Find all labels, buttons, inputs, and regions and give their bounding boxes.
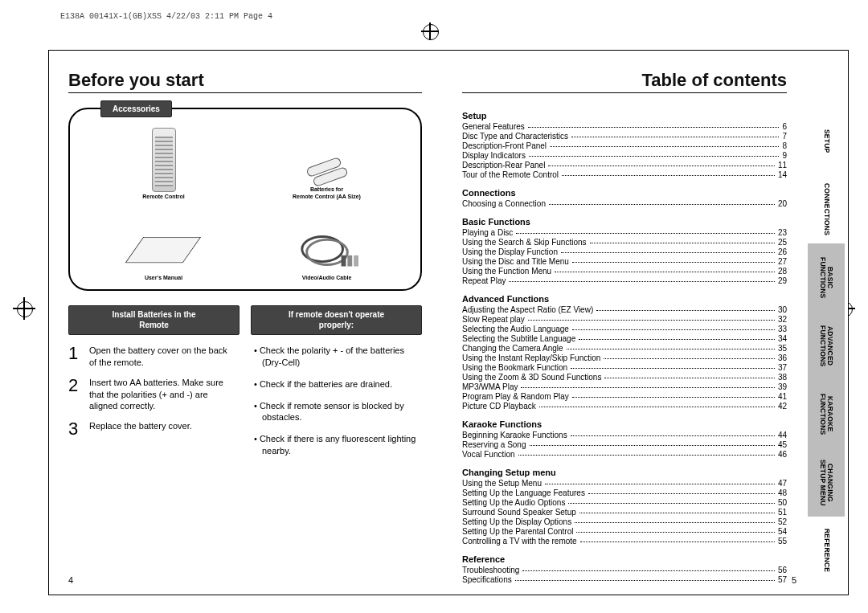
left-page-title: Before you start (68, 72, 422, 89)
toc-item-title: Adjusting the Aspect Ratio (EZ View) (462, 305, 596, 315)
toc-leader-dots (555, 272, 775, 272)
svg-rect-3 (347, 255, 352, 266)
toc-row: Vocal Function46 (462, 450, 787, 460)
toc-item-page: 36 (775, 353, 787, 363)
step-item: 2Insert two AA batteries. Make sure that… (68, 377, 236, 413)
toc-leader-dots (571, 435, 775, 436)
toc-row: Reserving a Song45 (462, 440, 787, 450)
toc-item-page: 44 (775, 431, 787, 440)
toc-row: Surround Sound Speaker Setup51 (462, 508, 787, 517)
accessory-remote: Remote Control (86, 121, 241, 200)
side-tab: ADVANCED FUNCTIONS (808, 312, 845, 380)
toc-section-heading: Changing Setup menu (462, 468, 787, 477)
toc-item-title: Vocal Function (462, 450, 518, 460)
toc-item-title: Using the Bookmark Function (462, 363, 571, 373)
toc-item-page: 46 (775, 450, 787, 460)
toc-row: Controlling a TV with the remote55 (462, 537, 787, 546)
toc-item-title: Using the Disc and Title Menu (462, 257, 572, 267)
toc-row: Program Play & Random Play41 (462, 392, 787, 402)
toc-item-page: 55 (775, 537, 787, 546)
toc-leader-dots (604, 378, 774, 378)
toc-section-heading: Connections (462, 188, 787, 198)
toc-item-page: 54 (775, 527, 787, 537)
toc-item-page: 47 (775, 479, 787, 488)
toc-item-page: 39 (775, 382, 787, 392)
toc-leader-dots (550, 146, 779, 147)
page-number-left: 4 (68, 575, 73, 585)
toc-item-title: Surround Sound Speaker Setup (462, 508, 579, 517)
toc-item-title: Setting Up the Display Options (462, 517, 575, 527)
toc-leader-dots (567, 349, 775, 349)
toc-row: Beginning Karaoke Functions44 (462, 431, 787, 440)
toc-item-title: MP3/WMA Play (462, 382, 521, 392)
toc-item-title: Selecting the Subtitle Language (462, 334, 579, 344)
toc-row: Tour of the Remote Control14 (462, 170, 787, 180)
toc-item-title: Reserving a Song (462, 440, 530, 450)
toc-leader-dots (529, 156, 780, 157)
toc-item-title: Setting Up the Language Features (462, 488, 588, 498)
install-batteries-heading: Install Batteries in the Remote (68, 305, 240, 335)
remote-troubleshoot-heading: If remote doesn't operate properly: (251, 305, 422, 335)
accessory-batteries: Batteries for Remote Control (AA Size) (249, 121, 404, 200)
toc-item-title: Using the Zoom & 3D Sound Functions (462, 373, 604, 382)
toc-item-page: 33 (775, 325, 787, 334)
crop-mark-top-circle (423, 24, 439, 40)
toc-item-title: Choosing a Connection (462, 199, 549, 209)
troubleshoot-tips: • Check the polarity + - of the batterie… (254, 345, 422, 457)
toc-leader-dots (515, 580, 775, 581)
toc-leader-dots (571, 137, 779, 137)
toc-leader-dots (509, 281, 774, 282)
side-tab: KARAOKE FUNCTIONS (808, 380, 845, 448)
toc-leader-dots (548, 166, 774, 166)
toc-item-title: Disc Type and Characteristics (462, 132, 571, 141)
toc-leader-dots (545, 484, 775, 484)
toc-section-heading: Reference (462, 554, 787, 564)
caption-line: Remote Control (AA Size) (293, 194, 361, 199)
toc-section-heading: Karaoke Functions (462, 419, 787, 429)
toc-row: Using the Disc and Title Menu27 (462, 257, 787, 267)
toc-item-title: Description-Rear Panel (462, 161, 548, 170)
toc-item-page: 57 (775, 575, 787, 585)
toc-item-page: 23 (775, 228, 787, 238)
toc-item-page: 56 (775, 566, 787, 575)
toc-section-heading: Setup (462, 111, 787, 121)
toc-item-title: Setting Up the Audio Options (462, 498, 568, 508)
toc-row: Slow Repeat play32 (462, 315, 787, 325)
title-rule-left (68, 92, 422, 93)
manual-icon (129, 228, 199, 273)
batteries-icon (303, 161, 351, 185)
toc-item-title: Description-Front Panel (462, 141, 550, 151)
tip-item: • Check if there is any fluorescent ligh… (254, 433, 422, 457)
toc-leader-dots (518, 455, 775, 456)
toc-item-page: 26 (775, 247, 787, 257)
toc-row: Using the Display Function26 (462, 247, 787, 257)
caption-line: Batteries for (310, 186, 343, 192)
tip-item: • Check if the batteries are drained. (254, 378, 422, 390)
toc-item-page: 51 (775, 508, 787, 517)
accessory-caption: Remote Control (142, 194, 185, 200)
toc-item-title: Selecting the Audio Language (462, 325, 572, 334)
toc-item-page: 32 (775, 315, 787, 325)
toc-item-page: 50 (775, 498, 787, 508)
registration-mark-left (13, 297, 35, 320)
toc-item-page: 7 (779, 132, 787, 141)
toc-leader-dots (579, 513, 775, 513)
toc-row: Selecting the Subtitle Language34 (462, 334, 787, 344)
toc-leader-dots (572, 329, 775, 330)
accessory-cable: Video/Audio Cable (249, 202, 404, 281)
toc-row: MP3/WMA Play39 (462, 382, 787, 392)
toc-item-page: 14 (775, 170, 787, 180)
side-tab: CONNECTIONS (808, 175, 845, 243)
toc-item-title: Beginning Karaoke Functions (462, 431, 571, 440)
right-page-title: Table of contents (462, 72, 787, 89)
toc-item-title: Display Indicators (462, 151, 529, 161)
toc-item-title: Tour of the Remote Control (462, 170, 562, 180)
toc-item-page: 11 (775, 161, 787, 170)
toc-leader-dots (590, 243, 775, 243)
toc-item-title: Controlling a TV with the remote (462, 537, 580, 546)
tip-item: • Check if remote sensor is blocked by o… (254, 400, 422, 424)
toc-item-title: Using the Instant Replay/Skip Function (462, 353, 604, 363)
toc-item-page: 52 (775, 517, 787, 527)
accessory-caption: Video/Audio Cable (302, 275, 352, 281)
toc-item-page: 45 (775, 440, 787, 450)
